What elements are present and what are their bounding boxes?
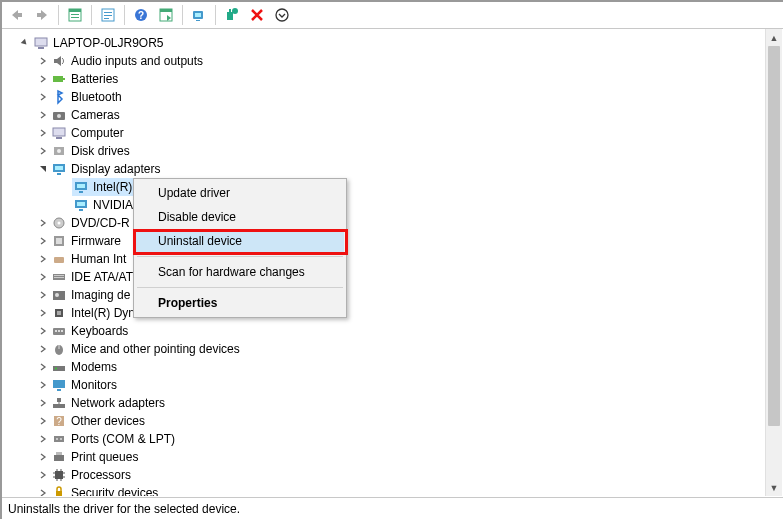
forward-button[interactable] bbox=[31, 4, 53, 26]
disk-icon bbox=[51, 143, 67, 159]
tree-item[interactable]: Modems bbox=[6, 358, 783, 376]
device-tree[interactable]: LAPTOP-0LJR9OR5 Audio inputs and outputs… bbox=[2, 34, 783, 496]
expander-icon[interactable] bbox=[36, 54, 50, 68]
scroll-down-button[interactable]: ▼ bbox=[766, 479, 782, 496]
scan-button[interactable] bbox=[188, 4, 210, 26]
expander-icon[interactable] bbox=[36, 234, 50, 248]
expander-icon[interactable] bbox=[36, 360, 50, 374]
context-menu-item[interactable]: Uninstall device bbox=[136, 229, 344, 253]
tree-item[interactable]: Intel(R) bbox=[6, 178, 783, 196]
svg-rect-49 bbox=[57, 311, 61, 315]
expander-icon[interactable] bbox=[36, 108, 50, 122]
port-icon bbox=[51, 431, 67, 447]
tree-item[interactable]: DVD/CD-R bbox=[6, 214, 783, 232]
add-hardware-button[interactable] bbox=[221, 4, 243, 26]
scroll-thumb[interactable] bbox=[768, 46, 780, 426]
expander-icon[interactable] bbox=[36, 162, 50, 176]
tree-item-label: Bluetooth bbox=[69, 88, 122, 106]
svg-rect-11 bbox=[160, 9, 172, 12]
battery-icon bbox=[51, 71, 67, 87]
tree-item[interactable]: Print queues bbox=[6, 448, 783, 466]
tree-item[interactable]: Network adapters bbox=[6, 394, 783, 412]
tree-item[interactable]: Disk drives bbox=[6, 142, 783, 160]
svg-rect-14 bbox=[196, 20, 200, 21]
expander-icon[interactable] bbox=[36, 252, 50, 266]
more-button[interactable] bbox=[271, 4, 293, 26]
expander-icon[interactable] bbox=[36, 288, 50, 302]
tree-item[interactable]: NVIDIA bbox=[6, 196, 783, 214]
context-menu-separator bbox=[137, 287, 343, 288]
expander-icon[interactable] bbox=[36, 306, 50, 320]
tree-item[interactable]: Audio inputs and outputs bbox=[6, 52, 783, 70]
expander-icon[interactable] bbox=[36, 126, 50, 140]
speaker-icon bbox=[51, 53, 67, 69]
tree-item[interactable]: ?Other devices bbox=[6, 412, 783, 430]
security-icon bbox=[51, 485, 67, 496]
tree-item[interactable]: Human Int bbox=[6, 250, 783, 268]
context-menu-item[interactable]: Properties bbox=[136, 291, 344, 315]
svg-rect-5 bbox=[104, 12, 112, 13]
expander-icon[interactable] bbox=[36, 90, 50, 104]
vertical-scrollbar[interactable]: ▲ ▼ bbox=[765, 29, 782, 496]
tree-item[interactable]: Firmware bbox=[6, 232, 783, 250]
svg-rect-3 bbox=[71, 17, 79, 18]
svg-rect-22 bbox=[63, 78, 65, 80]
expander-icon[interactable] bbox=[36, 342, 50, 356]
tree-item[interactable]: Mice and other pointing devices bbox=[6, 340, 783, 358]
tree-item-label: Network adapters bbox=[69, 394, 165, 412]
expander-icon[interactable] bbox=[36, 414, 50, 428]
tree-item[interactable]: Processors bbox=[6, 466, 783, 484]
tree-item-label: Processors bbox=[69, 466, 131, 484]
svg-rect-52 bbox=[58, 330, 60, 332]
context-menu-item[interactable]: Update driver bbox=[136, 181, 344, 205]
expander-icon[interactable] bbox=[36, 72, 50, 86]
expander-icon[interactable] bbox=[36, 270, 50, 284]
scroll-up-button[interactable]: ▲ bbox=[766, 29, 782, 46]
expander-icon[interactable] bbox=[36, 432, 50, 446]
tree-item[interactable]: Security devices bbox=[6, 484, 783, 496]
context-menu-item[interactable]: Scan for hardware changes bbox=[136, 260, 344, 284]
tree-item[interactable]: Batteries bbox=[6, 70, 783, 88]
svg-rect-62 bbox=[59, 402, 60, 404]
expander-icon[interactable] bbox=[36, 216, 50, 230]
expander-icon[interactable] bbox=[36, 396, 50, 410]
tree-item[interactable]: Bluetooth bbox=[6, 88, 783, 106]
svg-rect-70 bbox=[55, 471, 63, 479]
back-button[interactable] bbox=[6, 4, 28, 26]
action-button[interactable] bbox=[155, 4, 177, 26]
expander-icon[interactable] bbox=[36, 468, 50, 482]
svg-rect-46 bbox=[53, 291, 65, 300]
tree-item[interactable]: Cameras bbox=[6, 106, 783, 124]
expander-icon[interactable] bbox=[36, 450, 50, 464]
tree-item[interactable]: Display adapters bbox=[6, 160, 783, 178]
expander-icon[interactable] bbox=[18, 36, 32, 50]
svg-rect-71 bbox=[56, 491, 62, 496]
hid-icon bbox=[51, 251, 67, 267]
context-menu-item[interactable]: Disable device bbox=[136, 205, 344, 229]
svg-rect-59 bbox=[57, 389, 61, 391]
expander-icon[interactable] bbox=[36, 378, 50, 392]
help-button[interactable]: ? bbox=[130, 4, 152, 26]
tree-item[interactable]: Keyboards bbox=[6, 322, 783, 340]
uninstall-button[interactable] bbox=[246, 4, 268, 26]
svg-rect-36 bbox=[77, 202, 85, 206]
tree-item[interactable]: IDE ATA/AT bbox=[6, 268, 783, 286]
camera-icon bbox=[51, 107, 67, 123]
expander-icon[interactable] bbox=[36, 324, 50, 338]
svg-rect-45 bbox=[54, 277, 64, 278]
properties-button[interactable] bbox=[97, 4, 119, 26]
tree-item[interactable]: Intel(R) Dynamic Platform and Thermal Fr… bbox=[6, 304, 783, 322]
tree-item-label: Monitors bbox=[69, 376, 117, 394]
expander-icon[interactable] bbox=[36, 144, 50, 158]
svg-rect-1 bbox=[69, 9, 81, 12]
tree-item[interactable]: Ports (COM & LPT) bbox=[6, 430, 783, 448]
display-icon bbox=[73, 179, 89, 195]
toolbar-separator bbox=[58, 5, 59, 25]
view-button[interactable] bbox=[64, 4, 86, 26]
tree-item[interactable]: Computer bbox=[6, 124, 783, 142]
tree-item[interactable]: Imaging de bbox=[6, 286, 783, 304]
tree-root[interactable]: LAPTOP-0LJR9OR5 bbox=[6, 34, 783, 52]
expander-icon[interactable] bbox=[36, 486, 50, 496]
tree-item[interactable]: Monitors bbox=[6, 376, 783, 394]
svg-rect-42 bbox=[54, 257, 64, 263]
